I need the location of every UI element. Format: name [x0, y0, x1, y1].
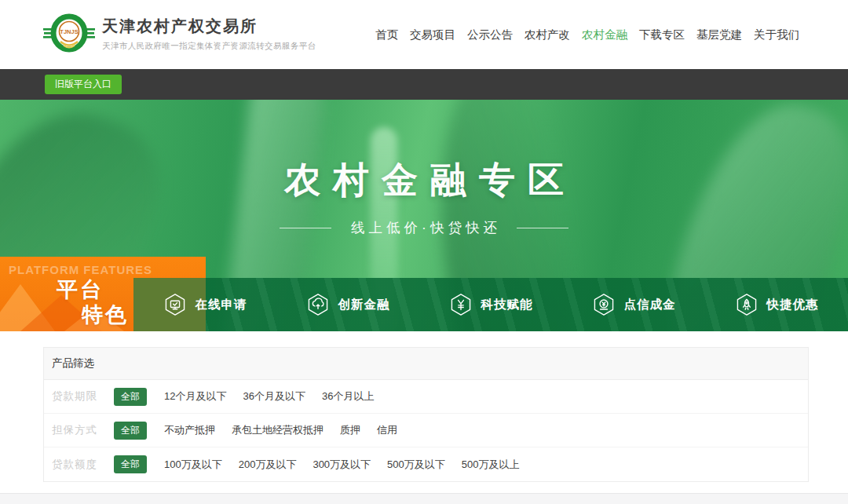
page-footer [0, 493, 848, 504]
all-button-loan-term[interactable]: 全部 [114, 388, 147, 406]
site-logo-icon: TJNJS [43, 9, 95, 58]
nav-item-download-zone[interactable]: 下载专区 [639, 27, 685, 42]
filter-option[interactable]: 500万及以上 [462, 458, 520, 472]
nav-item-about-us[interactable]: 关于我们 [754, 27, 799, 42]
filter-row-label: 担保方式 [52, 423, 104, 437]
filter-option[interactable]: 承包土地经营权抵押 [232, 423, 323, 437]
platform-features-eyebrow: PLATFORM FEATURES [9, 263, 152, 276]
filter-row-guarantee-type: 担保方式 全部 不动产抵押 承包土地经营权抵押 质押 信用 [44, 414, 808, 447]
filter-option[interactable]: 质押 [340, 423, 360, 437]
brand-text: 天津农村产权交易所 天津市人民政府唯一指定集体资产资源流转交易服务平台 [102, 16, 316, 52]
feature-tab-label: 快捷优惠 [767, 297, 819, 313]
platform-features-title-part1: 平台 [57, 276, 104, 304]
quick-discount-icon [735, 293, 758, 316]
feature-tab-label: 点信成金 [624, 297, 676, 313]
platform-features-title-part2: 特色 [82, 301, 129, 329]
main-nav: 首页 交易项目 公示公告 农村产改 农村金融 下载专区 基层党建 关于我们 [375, 0, 799, 69]
feature-tab-bar: 在线申请 创新金融 科技赋能 [133, 278, 848, 331]
feature-tab-tech-empowerment[interactable]: 科技赋能 [419, 278, 562, 331]
brand-logo-link[interactable]: TJNJS 天津农村产权交易所 天津市人民政府唯一指定集体资产资源流转交易服务平… [43, 9, 316, 58]
nav-item-home[interactable]: 首页 [375, 27, 398, 42]
filter-option[interactable]: 300万及以下 [313, 458, 371, 472]
utility-bar: 旧版平台入口 [0, 69, 848, 100]
credit-to-gold-icon [592, 293, 616, 316]
filter-row-label: 贷款期限 [52, 389, 104, 404]
nav-item-rural-reform[interactable]: 农村产改 [525, 27, 570, 42]
banner-subtitle: 线上低价·快贷快还 [347, 218, 501, 237]
online-apply-icon [163, 293, 187, 316]
site-header: TJNJS 天津农村产权交易所 天津市人民政府唯一指定集体资产资源流转交易服务平… [0, 0, 848, 69]
site-subtitle: 天津市人民政府唯一指定集体资产资源流转交易服务平台 [102, 41, 316, 52]
site-title: 天津农村产权交易所 [102, 16, 316, 37]
page: TJNJS 天津农村产权交易所 天津市人民政府唯一指定集体资产资源流转交易服务平… [0, 0, 848, 504]
subtitle-right-line [517, 228, 568, 228]
filter-option[interactable]: 信用 [377, 423, 397, 437]
nav-item-public-notice[interactable]: 公示公告 [467, 27, 513, 42]
old-platform-entry-button[interactable]: 旧版平台入口 [45, 75, 122, 94]
all-button-guarantee-type[interactable]: 全部 [114, 422, 147, 440]
tech-empowerment-icon [449, 293, 473, 316]
filter-option[interactable]: 36个月及以下 [243, 389, 305, 404]
feature-tab-innovation-finance[interactable]: 创新金融 [276, 278, 419, 331]
feature-tab-label: 在线申请 [196, 297, 247, 313]
filter-option[interactable]: 不动产抵押 [164, 423, 215, 437]
filter-row-loan-amount: 贷款额度 全部 100万及以下 200万及以下 300万及以下 500万及以下 … [44, 447, 808, 481]
filter-panel-header: 产品筛选 [44, 348, 808, 380]
nav-item-party-building[interactable]: 基层党建 [696, 27, 742, 42]
filter-row-label: 贷款额度 [52, 458, 104, 472]
filter-option[interactable]: 100万及以下 [164, 458, 222, 472]
filter-option[interactable]: 200万及以下 [239, 458, 297, 472]
innovation-finance-icon [306, 293, 330, 316]
feature-tab-credit-to-gold[interactable]: 点信成金 [562, 278, 705, 331]
feature-tab-label: 科技赋能 [481, 297, 533, 313]
filter-panel-title: 产品筛选 [52, 357, 94, 369]
filter-option[interactable]: 500万及以下 [387, 458, 445, 472]
logo-badge-text: TJNJS [60, 28, 78, 35]
feature-tab-online-apply[interactable]: 在线申请 [133, 278, 276, 331]
nav-item-rural-finance[interactable]: 农村金融 [582, 27, 627, 42]
banner-subtitle-row: 线上低价·快贷快还 [0, 218, 848, 237]
filter-row-loan-term: 贷款期限 全部 12个月及以下 36个月及以下 36个月以上 [44, 380, 808, 414]
subtitle-left-line [280, 228, 331, 228]
product-filter-panel: 产品筛选 贷款期限 全部 12个月及以下 36个月及以下 36个月以上 担保方式… [43, 347, 809, 482]
filter-option[interactable]: 12个月及以下 [164, 389, 226, 404]
all-button-loan-amount[interactable]: 全部 [114, 455, 147, 473]
feature-tab-quick-discount[interactable]: 快捷优惠 [705, 278, 848, 331]
filter-option[interactable]: 36个月以上 [322, 389, 374, 404]
nav-item-trade-projects[interactable]: 交易项目 [410, 27, 455, 42]
banner-title: 农村金融专区 [0, 156, 848, 205]
feature-tab-label: 创新金融 [338, 297, 390, 313]
